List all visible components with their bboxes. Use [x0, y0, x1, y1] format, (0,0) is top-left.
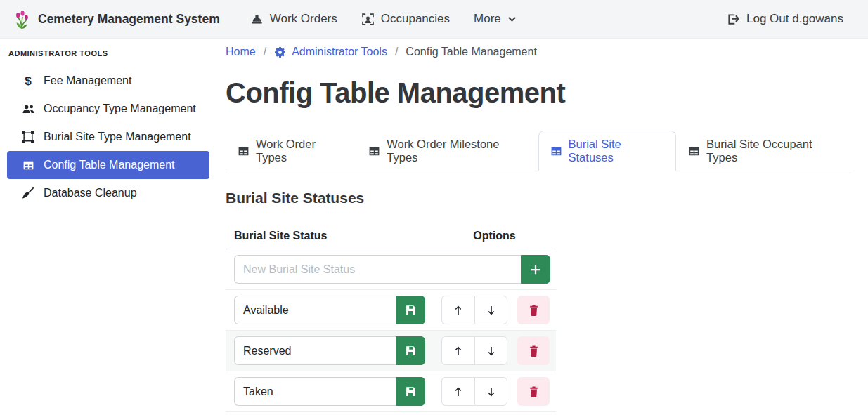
tulip-logo-icon: [13, 8, 31, 29]
breadcrumb-separator: /: [395, 46, 398, 58]
nav-occupancies-label: Occupancies: [381, 12, 450, 26]
breadcrumb-current: Config Table Management: [406, 46, 537, 58]
breadcrumb-separator: /: [264, 46, 266, 58]
logout-label: Log Out d.gowans: [746, 12, 843, 26]
move-up-button[interactable]: [441, 336, 474, 365]
trash-icon: [528, 386, 540, 398]
status-input[interactable]: [234, 336, 396, 365]
section-heading: Burial Site Statuses: [226, 190, 851, 206]
tab-bar: Work Order Types Work Order Milestone Ty…: [226, 131, 851, 171]
people-icon: [21, 103, 35, 116]
person-bounding-box-icon: [361, 13, 375, 26]
arrow-down-icon: [486, 345, 497, 357]
config-table: Burial Site Status Options: [226, 223, 556, 412]
reorder-button-group: [441, 296, 507, 324]
status-input[interactable]: [234, 377, 396, 406]
breadcrumb-admin-tools-label: Administrator Tools: [292, 46, 387, 58]
breadcrumb: Home / Administrator Tools / Config Tabl…: [226, 45, 851, 59]
tab-burial-site-statuses[interactable]: Burial Site Statuses: [538, 131, 677, 171]
dollar-icon: $: [21, 75, 35, 87]
bounding-square-icon: [21, 131, 35, 143]
chevron-down-icon: [507, 15, 517, 24]
move-down-button[interactable]: [474, 336, 507, 365]
delete-button[interactable]: [517, 336, 550, 365]
broom-icon: [21, 187, 35, 199]
breadcrumb-home-link[interactable]: Home: [226, 46, 256, 58]
floppy-icon: [405, 345, 417, 357]
arrow-down-icon: [486, 305, 497, 316]
delete-button[interactable]: [517, 377, 550, 406]
sidebar-item-database-cleanup[interactable]: Database Cleanup: [7, 179, 209, 207]
floppy-icon: [405, 304, 417, 316]
floppy-icon: [405, 386, 417, 397]
column-header-status: Burial Site Status: [226, 223, 433, 249]
gear-icon: [274, 46, 286, 58]
top-navbar: Cemetery Management System Work Orders O…: [0, 0, 868, 39]
trash-icon: [528, 345, 540, 357]
nav-work-orders[interactable]: Work Orders: [238, 12, 349, 26]
nav-more-label: More: [474, 12, 501, 26]
save-button[interactable]: [396, 377, 425, 406]
tab-burial-site-occupant-types[interactable]: Burial Site Occupant Types: [676, 131, 851, 171]
tab-work-order-types[interactable]: Work Order Types: [226, 131, 356, 171]
app-title: Cemetery Management System: [38, 12, 220, 27]
status-input[interactable]: [234, 296, 396, 324]
arrow-up-icon: [453, 305, 464, 316]
logout-icon: [727, 13, 740, 26]
move-up-button[interactable]: [441, 296, 474, 324]
move-up-button[interactable]: [441, 377, 474, 406]
move-down-button[interactable]: [474, 377, 507, 406]
sidebar-heading: ADMINISTRATOR TOOLS: [7, 46, 209, 67]
new-status-row: [226, 249, 556, 290]
column-header-options: Options: [433, 223, 556, 249]
sidebar-item-burial-site-type-management[interactable]: Burial Site Type Management: [7, 123, 209, 151]
table-body: [226, 290, 556, 412]
app-brand[interactable]: Cemetery Management System: [13, 8, 220, 29]
delete-button[interactable]: [517, 296, 550, 324]
trash-icon: [528, 304, 540, 317]
save-button[interactable]: [396, 296, 425, 324]
tab-work-order-milestone-types[interactable]: Work Order Milestone Types: [356, 131, 538, 171]
table-row-taken: [226, 371, 556, 412]
nav-more-dropdown[interactable]: More: [462, 12, 529, 26]
table-header-row: Burial Site Status Options: [226, 223, 556, 249]
page-title: Config Table Management: [226, 74, 851, 111]
table-icon: [238, 145, 250, 157]
sidebar-item-occupancy-type-management[interactable]: Occupancy Type Management: [7, 95, 209, 123]
add-status-button[interactable]: [521, 255, 550, 284]
table-icon: [21, 159, 35, 171]
sidebar-item-fee-management[interactable]: $ Fee Management: [7, 67, 209, 95]
arrow-down-icon: [486, 386, 497, 397]
breadcrumb-admin-tools-link[interactable]: Administrator Tools: [274, 46, 387, 58]
table-row-available: [226, 290, 556, 331]
sidebar: ADMINISTRATOR TOOLS $ Fee Management Occ…: [0, 39, 218, 415]
reorder-button-group: [441, 336, 507, 365]
table-icon: [368, 145, 380, 157]
arrow-up-icon: [453, 386, 464, 397]
hard-hat-icon: [250, 13, 264, 26]
nav-occupancies[interactable]: Occupancies: [349, 12, 462, 26]
table-icon: [688, 145, 700, 157]
new-status-input[interactable]: [234, 255, 521, 284]
table-row-reserved: [226, 331, 556, 371]
save-button[interactable]: [396, 336, 425, 365]
nav-work-orders-label: Work Orders: [270, 12, 337, 26]
arrow-up-icon: [453, 345, 464, 357]
table-icon: [550, 145, 562, 157]
reorder-button-group: [441, 377, 507, 406]
sidebar-item-config-table-management[interactable]: Config Table Management: [7, 151, 209, 179]
sidebar-menu: $ Fee Management Occupancy Type Manageme…: [7, 67, 209, 207]
plus-icon: [529, 263, 542, 276]
logout-button[interactable]: Log Out d.gowans: [715, 12, 855, 26]
move-down-button[interactable]: [474, 296, 507, 324]
main-content: Home / Administrator Tools / Config Tabl…: [218, 39, 868, 415]
